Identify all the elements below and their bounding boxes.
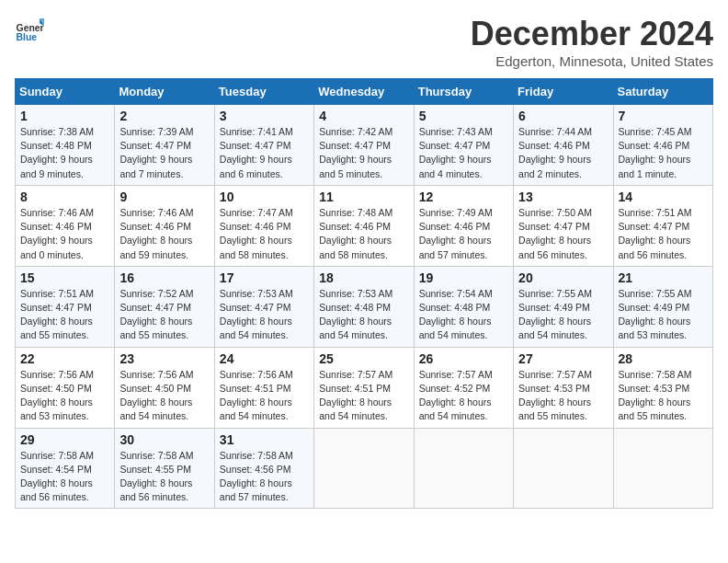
day-info: Sunrise: 7:41 AM Sunset: 4:47 PM Dayligh… — [220, 125, 309, 181]
day-info: Sunrise: 7:50 AM Sunset: 4:47 PM Dayligh… — [518, 206, 608, 262]
calendar-cell: 25Sunrise: 7:57 AM Sunset: 4:51 PM Dayli… — [314, 347, 414, 428]
day-number: 3 — [220, 109, 309, 123]
day-info: Sunrise: 7:56 AM Sunset: 4:50 PM Dayligh… — [20, 368, 109, 424]
column-header-sunday: Sunday — [16, 79, 115, 105]
column-header-wednesday: Wednesday — [314, 79, 414, 105]
calendar-cell: 21Sunrise: 7:55 AM Sunset: 4:49 PM Dayli… — [613, 266, 712, 347]
day-number: 7 — [619, 109, 708, 123]
calendar-cell: 16Sunrise: 7:52 AM Sunset: 4:47 PM Dayli… — [115, 266, 214, 347]
column-header-thursday: Thursday — [414, 79, 513, 105]
logo: General Blue — [15, 15, 48, 44]
svg-text:General: General — [17, 23, 44, 33]
calendar-cell: 10Sunrise: 7:47 AM Sunset: 4:46 PM Dayli… — [214, 185, 313, 266]
calendar-cell — [314, 428, 414, 509]
column-header-tuesday: Tuesday — [214, 79, 313, 105]
day-number: 15 — [20, 270, 109, 285]
day-info: Sunrise: 7:53 AM Sunset: 4:47 PM Dayligh… — [220, 287, 309, 343]
header-row: SundayMondayTuesdayWednesdayThursdayFrid… — [16, 79, 713, 105]
calendar-cell: 15Sunrise: 7:51 AM Sunset: 4:47 PM Dayli… — [16, 266, 115, 347]
day-number: 10 — [220, 190, 309, 204]
calendar-subtitle: Edgerton, Minnesota, United States — [471, 53, 713, 69]
day-number: 30 — [119, 432, 209, 447]
calendar-cell: 11Sunrise: 7:48 AM Sunset: 4:46 PM Dayli… — [314, 185, 414, 266]
day-number: 1 — [20, 109, 109, 123]
day-info: Sunrise: 7:51 AM Sunset: 4:47 PM Dayligh… — [619, 206, 708, 262]
day-number: 27 — [518, 351, 608, 366]
day-info: Sunrise: 7:57 AM Sunset: 4:53 PM Dayligh… — [518, 368, 608, 424]
day-info: Sunrise: 7:57 AM Sunset: 4:52 PM Dayligh… — [419, 368, 508, 424]
calendar-cell: 28Sunrise: 7:58 AM Sunset: 4:53 PM Dayli… — [613, 347, 712, 428]
day-number: 12 — [419, 190, 508, 204]
day-number: 4 — [319, 109, 408, 123]
calendar-cell — [514, 428, 613, 509]
calendar-cell: 29Sunrise: 7:58 AM Sunset: 4:54 PM Dayli… — [16, 428, 115, 509]
calendar-title: December 2024 — [471, 15, 713, 53]
day-number: 17 — [220, 270, 309, 285]
week-row-1: 1Sunrise: 7:38 AM Sunset: 4:48 PM Daylig… — [16, 105, 713, 186]
calendar-cell: 14Sunrise: 7:51 AM Sunset: 4:47 PM Dayli… — [613, 185, 712, 266]
column-header-monday: Monday — [115, 79, 214, 105]
calendar-cell: 13Sunrise: 7:50 AM Sunset: 4:47 PM Dayli… — [514, 185, 613, 266]
day-number: 19 — [419, 270, 508, 285]
day-info: Sunrise: 7:38 AM Sunset: 4:48 PM Dayligh… — [20, 125, 109, 181]
day-info: Sunrise: 7:42 AM Sunset: 4:47 PM Dayligh… — [319, 125, 408, 181]
day-number: 28 — [619, 351, 708, 366]
column-header-saturday: Saturday — [613, 79, 712, 105]
day-number: 25 — [319, 351, 408, 366]
svg-text:Blue: Blue — [17, 32, 38, 42]
page-header: General Blue December 2024 Edgerton, Min… — [15, 15, 713, 69]
week-row-4: 22Sunrise: 7:56 AM Sunset: 4:50 PM Dayli… — [16, 347, 713, 428]
calendar-cell: 31Sunrise: 7:58 AM Sunset: 4:56 PM Dayli… — [214, 428, 313, 509]
column-header-friday: Friday — [514, 79, 613, 105]
day-info: Sunrise: 7:58 AM Sunset: 4:56 PM Dayligh… — [220, 449, 309, 505]
calendar-cell: 30Sunrise: 7:58 AM Sunset: 4:55 PM Dayli… — [115, 428, 214, 509]
calendar-cell: 4Sunrise: 7:42 AM Sunset: 4:47 PM Daylig… — [314, 105, 414, 186]
day-info: Sunrise: 7:56 AM Sunset: 4:51 PM Dayligh… — [220, 368, 309, 424]
week-row-5: 29Sunrise: 7:58 AM Sunset: 4:54 PM Dayli… — [16, 428, 713, 509]
day-info: Sunrise: 7:43 AM Sunset: 4:47 PM Dayligh… — [419, 125, 508, 181]
day-info: Sunrise: 7:58 AM Sunset: 4:55 PM Dayligh… — [119, 449, 209, 505]
calendar-cell — [414, 428, 513, 509]
calendar-cell: 22Sunrise: 7:56 AM Sunset: 4:50 PM Dayli… — [16, 347, 115, 428]
calendar-cell: 12Sunrise: 7:49 AM Sunset: 4:46 PM Dayli… — [414, 185, 513, 266]
calendar-cell: 23Sunrise: 7:56 AM Sunset: 4:50 PM Dayli… — [115, 347, 214, 428]
day-number: 22 — [20, 351, 109, 366]
day-number: 18 — [319, 270, 408, 285]
calendar-cell: 24Sunrise: 7:56 AM Sunset: 4:51 PM Dayli… — [214, 347, 313, 428]
day-number: 29 — [20, 432, 109, 447]
week-row-3: 15Sunrise: 7:51 AM Sunset: 4:47 PM Dayli… — [16, 266, 713, 347]
calendar-cell: 5Sunrise: 7:43 AM Sunset: 4:47 PM Daylig… — [414, 105, 513, 186]
calendar-cell: 9Sunrise: 7:46 AM Sunset: 4:46 PM Daylig… — [115, 185, 214, 266]
day-info: Sunrise: 7:56 AM Sunset: 4:50 PM Dayligh… — [119, 368, 209, 424]
day-info: Sunrise: 7:55 AM Sunset: 4:49 PM Dayligh… — [518, 287, 608, 343]
calendar-cell: 8Sunrise: 7:46 AM Sunset: 4:46 PM Daylig… — [16, 185, 115, 266]
calendar-cell: 6Sunrise: 7:44 AM Sunset: 4:46 PM Daylig… — [514, 105, 613, 186]
day-info: Sunrise: 7:46 AM Sunset: 4:46 PM Dayligh… — [20, 206, 109, 262]
day-info: Sunrise: 7:48 AM Sunset: 4:46 PM Dayligh… — [319, 206, 408, 262]
day-number: 6 — [518, 109, 608, 123]
day-number: 2 — [119, 109, 209, 123]
day-number: 23 — [119, 351, 209, 366]
day-number: 13 — [518, 190, 608, 204]
day-info: Sunrise: 7:44 AM Sunset: 4:46 PM Dayligh… — [518, 125, 608, 181]
calendar-table: SundayMondayTuesdayWednesdayThursdayFrid… — [15, 78, 713, 509]
calendar-cell: 7Sunrise: 7:45 AM Sunset: 4:46 PM Daylig… — [613, 105, 712, 186]
day-info: Sunrise: 7:39 AM Sunset: 4:47 PM Dayligh… — [119, 125, 209, 181]
calendar-cell: 19Sunrise: 7:54 AM Sunset: 4:48 PM Dayli… — [414, 266, 513, 347]
calendar-cell: 20Sunrise: 7:55 AM Sunset: 4:49 PM Dayli… — [514, 266, 613, 347]
day-number: 8 — [20, 190, 109, 204]
day-number: 11 — [319, 190, 408, 204]
day-info: Sunrise: 7:55 AM Sunset: 4:49 PM Dayligh… — [619, 287, 708, 343]
calendar-cell: 1Sunrise: 7:38 AM Sunset: 4:48 PM Daylig… — [16, 105, 115, 186]
day-info: Sunrise: 7:46 AM Sunset: 4:46 PM Dayligh… — [119, 206, 209, 262]
title-block: December 2024 Edgerton, Minnesota, Unite… — [471, 15, 713, 69]
calendar-cell: 3Sunrise: 7:41 AM Sunset: 4:47 PM Daylig… — [214, 105, 313, 186]
calendar-cell: 18Sunrise: 7:53 AM Sunset: 4:48 PM Dayli… — [314, 266, 414, 347]
day-info: Sunrise: 7:58 AM Sunset: 4:54 PM Dayligh… — [20, 449, 109, 505]
day-info: Sunrise: 7:52 AM Sunset: 4:47 PM Dayligh… — [119, 287, 209, 343]
calendar-cell — [613, 428, 712, 509]
calendar-cell: 27Sunrise: 7:57 AM Sunset: 4:53 PM Dayli… — [514, 347, 613, 428]
day-number: 20 — [518, 270, 608, 285]
day-info: Sunrise: 7:53 AM Sunset: 4:48 PM Dayligh… — [319, 287, 408, 343]
day-info: Sunrise: 7:49 AM Sunset: 4:46 PM Dayligh… — [419, 206, 508, 262]
